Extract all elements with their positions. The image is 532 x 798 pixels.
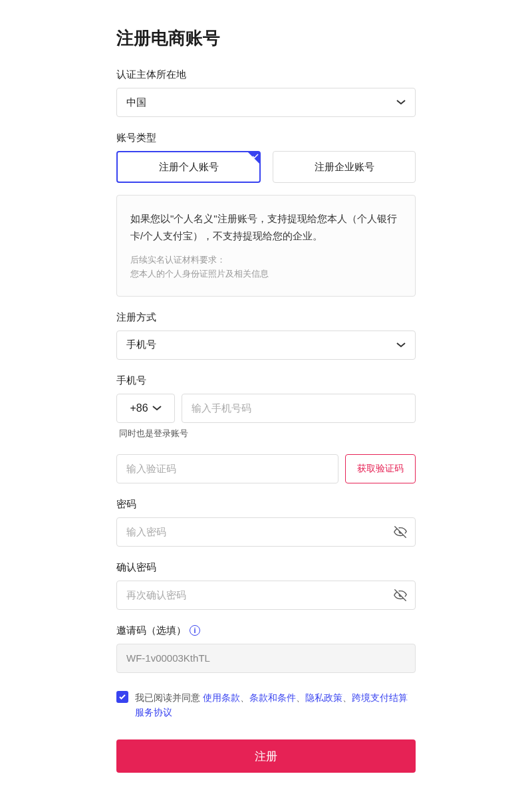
- eye-off-icon[interactable]: [393, 525, 408, 539]
- phone-field: 手机号 +86 同时也是登录账号: [116, 374, 416, 440]
- get-code-button[interactable]: 获取验证码: [345, 454, 416, 483]
- option-enterprise[interactable]: 注册企业账号: [273, 151, 416, 183]
- phone-hint: 同时也是登录账号: [119, 428, 416, 440]
- option-personal-label: 注册个人账号: [159, 161, 219, 174]
- account-type-field: 账号类型 注册个人账号 注册企业账号 如果您以"个人名义"注册账号，支持提现给您…: [116, 132, 416, 297]
- invite-code-input: WF-1v00003KthTL: [116, 644, 416, 673]
- phone-input[interactable]: [182, 394, 416, 423]
- terms-link-conditions[interactable]: 条款和条件: [249, 692, 296, 703]
- submit-button[interactable]: 注册: [116, 739, 416, 773]
- info-main: 如果您以"个人名义"注册账号，支持提现给您本人（个人银行卡/个人支付宝），不支持…: [130, 210, 402, 244]
- terms-link-privacy[interactable]: 隐私政策: [305, 692, 342, 703]
- confirm-password-label: 确认密码: [116, 561, 416, 574]
- register-method-select[interactable]: 手机号: [116, 331, 416, 360]
- chevron-down-icon: [396, 98, 406, 107]
- info-sub-label: 后续实名认证材料要求：: [130, 253, 402, 267]
- option-personal[interactable]: 注册个人账号: [116, 151, 261, 183]
- confirm-password-input[interactable]: [116, 581, 416, 610]
- info-sub-text: 您本人的个人身份证照片及相关信息: [130, 267, 402, 281]
- password-input[interactable]: [116, 517, 416, 547]
- password-label: 密码: [116, 498, 416, 511]
- phone-label: 手机号: [116, 374, 416, 387]
- region-field: 认证主体所在地 中国: [116, 68, 416, 117]
- invite-code-field: 邀请码（选填） i WF-1v00003KthTL: [116, 624, 416, 673]
- register-method-label: 注册方式: [116, 311, 416, 324]
- region-label: 认证主体所在地: [116, 68, 416, 81]
- terms-prefix: 我已阅读并同意: [135, 692, 203, 703]
- info-box: 如果您以"个人名义"注册账号，支持提现给您本人（个人银行卡/个人支付宝），不支持…: [116, 195, 416, 297]
- region-select[interactable]: 中国: [116, 88, 416, 117]
- eye-off-icon[interactable]: [393, 588, 408, 602]
- info-icon[interactable]: i: [190, 625, 200, 636]
- chevron-down-icon: [152, 404, 162, 413]
- register-method-field: 注册方式 手机号: [116, 311, 416, 360]
- page-title: 注册电商账号: [116, 27, 416, 50]
- register-method-value: 手机号: [126, 338, 156, 351]
- option-enterprise-label: 注册企业账号: [315, 161, 374, 174]
- password-field: 密码: [116, 498, 416, 547]
- checkmark-icon: [243, 152, 259, 168]
- code-field: 获取验证码: [116, 454, 416, 483]
- confirm-password-field: 确认密码: [116, 561, 416, 610]
- terms-checkbox[interactable]: [116, 691, 128, 703]
- code-input[interactable]: [116, 454, 338, 483]
- chevron-down-icon: [396, 340, 406, 350]
- phone-prefix-value: +86: [130, 402, 148, 414]
- terms-link-usage[interactable]: 使用条款: [203, 692, 240, 703]
- phone-prefix-select[interactable]: +86: [116, 394, 175, 423]
- region-value: 中国: [126, 96, 146, 109]
- account-type-label: 账号类型: [116, 132, 416, 144]
- invite-code-label: 邀请码（选填）: [116, 624, 186, 637]
- terms-text: 我已阅读并同意 使用条款、条款和条件、隐私政策、跨境支付结算服务协议: [135, 690, 416, 720]
